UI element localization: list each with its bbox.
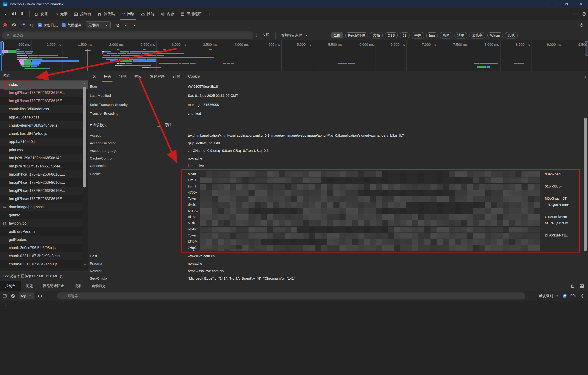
disable-cache-checkbox-group[interactable]: 禁用缓存 <box>62 23 81 28</box>
filter-toggle-icon[interactable] <box>21 23 25 28</box>
more-filters-button[interactable]: 增加筛选条件 <box>281 32 308 39</box>
tab-性能[interactable]: 性能 <box>138 8 158 20</box>
console-sidebar-icon[interactable] <box>2 294 7 298</box>
new-tab-button[interactable] <box>205 8 215 20</box>
filter-pill-全部[interactable]: 全部 <box>331 32 343 39</box>
overview-right-handle[interactable] <box>585 41 588 55</box>
drawer-tab-搜索[interactable]: 搜索 <box>69 281 87 291</box>
tab-网络[interactable]: 网络 <box>118 8 138 20</box>
details-tab-预览[interactable]: 预览 <box>115 71 130 82</box>
network-filter-input[interactable]: 筛选器 <box>2 31 253 39</box>
list-scroll-down[interactable] <box>82 263 87 267</box>
details-tab-响应[interactable]: 响应 <box>130 71 146 82</box>
minimize-button[interactable] <box>545 0 559 8</box>
tab-欢迎[interactable]: 欢迎 <box>31 8 51 20</box>
request-row[interactable]: hm.gif?hca=175FEF263F8616E... <box>0 170 83 178</box>
tab-源代码[interactable]: 源代码 <box>94 8 118 20</box>
request-row[interactable]: index <box>0 81 88 89</box>
live-expression-eye-icon[interactable] <box>38 294 42 298</box>
clear-console-icon[interactable] <box>11 294 15 298</box>
filter-pill-JS[interactable]: JS <box>400 32 410 38</box>
request-row[interactable]: chunk-elementUI.f524840e.js <box>0 121 83 129</box>
settings-gear-icon[interactable] <box>579 23 584 28</box>
request-row[interactable]: hm.gif?hca=175FEF263F8616E... <box>0 97 83 105</box>
request-row[interactable]: hm.gif?hca=175FEF263F8616E... <box>0 187 83 195</box>
request-row[interactable]: hm.js?8129a2192baa6850d142... <box>0 154 83 162</box>
drawer-tab-自动填充[interactable]: 自动填充 <box>87 281 111 291</box>
close-button[interactable] <box>574 0 588 8</box>
filter-pill-文档[interactable]: 文档 <box>370 32 383 39</box>
filter-pill-清单[interactable]: 清单 <box>454 32 467 39</box>
preserve-log-checkbox-group[interactable]: 保留日志 <box>38 23 58 28</box>
filter-pill-Wasm[interactable]: Wasm <box>487 32 503 38</box>
request-row[interactable]: data:image/png;base... <box>0 203 83 211</box>
request-row[interactable]: chunk-libs.3d00eddf.css <box>0 105 83 113</box>
restore-button[interactable] <box>559 0 574 8</box>
request-row[interactable]: print.css <box>0 146 83 154</box>
device-toolbar-button[interactable] <box>9 11 19 17</box>
record-button-icon[interactable] <box>2 23 8 28</box>
request-row[interactable]: hm.gif?hca=175FEF263F8616E... <box>0 89 83 97</box>
details-tab-发起程序[interactable]: 发起程序 <box>146 71 169 82</box>
filter-pill-Img[interactable]: Img <box>426 32 438 38</box>
filter-pill-其他[interactable]: 其他 <box>505 32 517 39</box>
close-details-button[interactable] <box>88 75 100 79</box>
disable-cache-checkbox[interactable] <box>62 23 66 27</box>
network-conditions-icon[interactable] <box>115 23 120 28</box>
tab-内存[interactable]: 内存 <box>158 8 177 20</box>
details-tab-标头[interactable]: 标头 <box>100 71 115 82</box>
inspect-button[interactable] <box>0 11 9 17</box>
request-row[interactable]: hm.gif?hca=175FEF263F8616E... <box>0 178 83 187</box>
log-level-select[interactable]: 默认级别 <box>539 294 559 298</box>
context-select[interactable]: top <box>19 293 34 299</box>
tab-元素[interactable]: 元素 <box>51 8 71 20</box>
request-row[interactable]: chunk-2d0cc796.5fd6f98b.js <box>0 244 83 252</box>
tab-控制台[interactable]: 控制台 <box>71 8 94 20</box>
request-row[interactable]: favicon.ico <box>0 219 83 227</box>
request-row[interactable]: app.ba710a49.js <box>0 138 83 146</box>
preserve-log-checkbox[interactable] <box>38 23 42 27</box>
more-dots-icon[interactable] <box>574 12 578 16</box>
request-row[interactable]: hm.gif?hca=175FEF263F8616E... <box>0 195 83 203</box>
filter-pill-CSS[interactable]: CSS <box>385 32 398 38</box>
tab-应用程序[interactable]: 应用程序 <box>177 8 205 20</box>
filter-pill-套接字[interactable]: 套接字 <box>469 32 485 39</box>
network-overview-timeline[interactable]: 500 ms1,000 ms1,500 ms2,000 ms2,500 ms3,… <box>0 40 588 71</box>
raw-checkbox[interactable] <box>157 123 161 127</box>
drawer-tab-问题[interactable]: 问题 <box>21 281 38 291</box>
help-icon[interactable] <box>581 12 586 16</box>
request-row[interactable]: getInfo <box>0 211 83 219</box>
request-row[interactable]: hm.js?a78317f517eb65171c44... <box>0 162 83 170</box>
clear-network-log-icon[interactable] <box>12 23 16 28</box>
dock-bottom-icon[interactable] <box>579 284 584 288</box>
filter-pill-Fetch/XHR[interactable]: Fetch/XHR <box>345 32 368 38</box>
undock-icon[interactable] <box>570 284 575 288</box>
console-prompt-area[interactable] <box>8 302 568 308</box>
import-har-icon[interactable] <box>124 23 128 28</box>
invert-checkbox-group[interactable]: 反转 <box>256 32 269 37</box>
messages-bubble-icon[interactable] <box>562 294 567 298</box>
details-tab-计时[interactable]: 计时 <box>169 71 184 82</box>
details-scroll-up[interactable] <box>583 75 588 79</box>
request-row[interactable]: app.433de4e3.css <box>0 113 83 121</box>
request-row[interactable]: getRouters <box>0 235 83 244</box>
list-scrollbar-thumb[interactable] <box>83 87 86 187</box>
filter-pill-媒体[interactable]: 媒体 <box>440 32 452 39</box>
console-settings-icon[interactable] <box>580 294 585 298</box>
details-scrollbar-thumb[interactable] <box>584 118 587 251</box>
filter-pill-字体[interactable]: 字体 <box>412 32 424 39</box>
request-row[interactable]: getBaseParams <box>0 227 83 235</box>
request-row[interactable]: chunk-libs.d947a4ee.js <box>0 129 83 138</box>
drawer-tab-控制台[interactable]: 控制台 <box>0 281 21 291</box>
details-tab-Cookie[interactable]: Cookie <box>184 71 204 82</box>
request-row[interactable]: chunk-02211167.d3e2eaa0.js <box>0 260 83 268</box>
panel-layout-button[interactable] <box>19 11 28 17</box>
throttling-select[interactable]: 无限制 <box>86 21 111 29</box>
list-scroll-up[interactable] <box>82 81 87 86</box>
search-icon[interactable] <box>29 23 34 28</box>
console-filter-input[interactable]: 筛选器 <box>57 293 525 299</box>
export-har-icon[interactable] <box>133 23 137 28</box>
invert-checkbox[interactable] <box>256 33 260 37</box>
drawer-add-tab-button[interactable] <box>111 281 125 291</box>
request-row[interactable]: chunk-02211167.3b2c99e3.css <box>0 252 83 260</box>
